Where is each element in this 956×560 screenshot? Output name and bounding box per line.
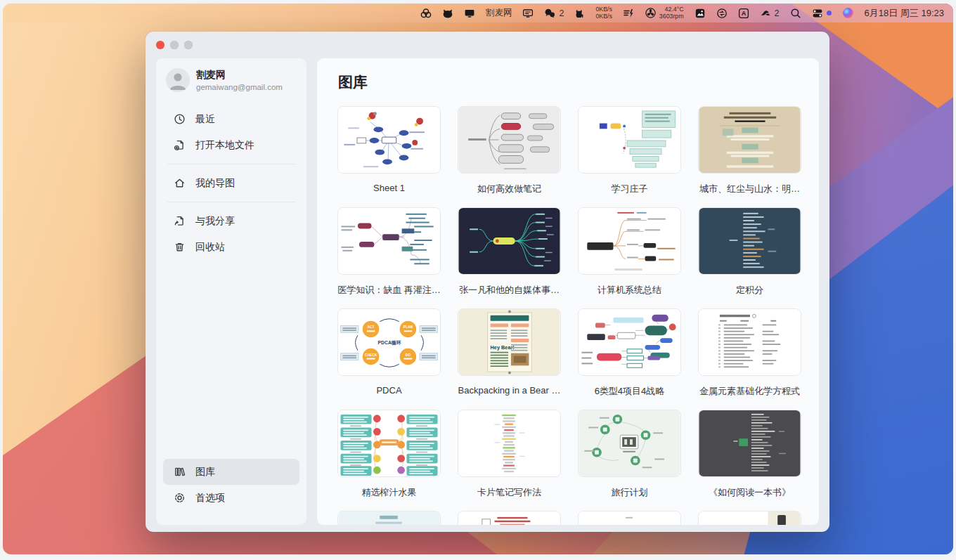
svg-text:ACT: ACT: [368, 325, 375, 329]
gallery-item[interactable]: 卡片笔记写作法: [458, 410, 561, 511]
home-icon: [173, 177, 186, 190]
gear-icon: [173, 492, 186, 504]
sidebar-nav: 最近打开本地文件我的导图与我分享回收站: [156, 106, 306, 260]
sidebar-divider: [167, 202, 295, 202]
temperature: 42.4°C: [665, 6, 684, 13]
file-import-icon: [173, 139, 186, 152]
gallery-item[interactable]: 定积分: [698, 207, 801, 308]
gallery-item[interactable]: 学习庄子: [578, 106, 681, 207]
close-button[interactable]: [156, 41, 164, 49]
gallery-thumbnail: [578, 308, 681, 376]
gallery-item-title: 金属元素基础化学方程式: [698, 385, 801, 398]
wechat-icon[interactable]: 2: [544, 8, 564, 19]
screen-share-icon[interactable]: [522, 8, 534, 19]
photos-icon[interactable]: [695, 8, 706, 19]
svg-text:PLAN: PLAN: [403, 325, 413, 329]
gallery-thumbnail: Hey Bear!: [458, 308, 561, 376]
gallery-item-title: Backpacking in a Bear …: [458, 385, 561, 396]
gallery-item[interactable]: 张一凡和他的自媒体事…: [458, 207, 561, 308]
svg-text:A: A: [741, 10, 746, 17]
sidebar-item-label: 回收站: [195, 241, 225, 254]
cat-face-icon[interactable]: [442, 8, 453, 19]
control-center-icon[interactable]: [812, 8, 832, 19]
gallery-item-title: 城市、红尘与山水：明…: [698, 183, 801, 195]
sync-icon[interactable]: [716, 8, 728, 19]
rings-icon[interactable]: [420, 8, 432, 19]
sidebar-item-file-share[interactable]: 与我分享: [163, 208, 299, 234]
gallery-grid: Sheet 1如何高效做笔记学习庄子城市、红尘与山水：明…医学知识：缺血 再灌注…: [337, 106, 819, 525]
gallery-item[interactable]: 金属元素基础化学方程式: [698, 308, 801, 410]
gallery-item-partial[interactable]: [578, 511, 681, 525]
gallery-item-title: 医学知识：缺血 再灌注…: [337, 284, 441, 297]
gallery-item[interactable]: 精选榨汁水果: [337, 410, 441, 511]
app-window: 割麦网 gemaiwang@gmail.com 最近打开本地文件我的导图与我分享…: [146, 32, 829, 532]
gallery-thumbnail: [578, 511, 681, 525]
gallery-thumbnail: [698, 106, 801, 174]
gallery-item-title: 6类型4项目4战略: [578, 385, 681, 398]
sidebar-item-home[interactable]: 我的导图: [163, 170, 299, 196]
gallery-thumbnail: [578, 410, 681, 477]
gallery-thumbnail: [578, 106, 681, 174]
siri-icon[interactable]: [842, 7, 854, 19]
sidebar-divider: [167, 164, 295, 164]
gallery-item[interactable]: 计算机系统总结: [578, 207, 681, 308]
sidebar-item-trash[interactable]: 回收站: [163, 234, 299, 260]
gallery-item[interactable]: 医学知识：缺血 再灌注…: [337, 207, 441, 308]
gallery-item-title: PDCA: [337, 385, 441, 396]
sidebar-item-file-import[interactable]: 打开本地文件: [163, 132, 299, 158]
library-icon: [173, 466, 186, 478]
gallery-item[interactable]: Hey Bear!Backpacking in a Bear …: [458, 308, 561, 410]
gallery-item[interactable]: Sheet 1: [337, 106, 441, 207]
display-icon[interactable]: [464, 8, 475, 19]
gallery-item[interactable]: 6类型4项目4战略: [578, 308, 681, 410]
search-icon[interactable]: [790, 8, 801, 19]
sidebar-item-gear[interactable]: 首选项: [163, 485, 299, 511]
user-email: gemaiwang@gmail.com: [196, 83, 283, 91]
net-speed[interactable]: 0KB/s0KB/s: [595, 6, 612, 20]
sidebar-item-label: 首选项: [195, 492, 225, 504]
gallery-item-partial[interactable]: [698, 511, 801, 525]
sidebar: 割麦网 gemaiwang@gmail.com 最近打开本地文件我的导图与我分享…: [156, 58, 306, 525]
bird-badge: 2: [775, 8, 780, 18]
sidebar-item-clock[interactable]: 最近: [163, 106, 299, 132]
bird-icon[interactable]: 2: [760, 8, 780, 19]
gallery-item-title: 《如何阅读一本书》: [698, 486, 801, 499]
page-title: 图库: [338, 72, 819, 92]
gallery-thumbnail: [337, 410, 441, 477]
user-name: 割麦网: [196, 69, 283, 82]
gallery-item[interactable]: 城市、红尘与山水：明…: [698, 106, 801, 207]
fan-sensor[interactable]: 42.4°C3603rpm: [645, 6, 684, 20]
gallery-item[interactable]: 如何高效做笔记: [458, 106, 561, 207]
gallery-thumbnail: [458, 106, 561, 174]
zoom-button[interactable]: [184, 41, 193, 49]
gallery-thumbnail: [337, 106, 441, 174]
gallery-panel: 图库 Sheet 1如何高效做笔记学习庄子城市、红尘与山水：明…医学知识：缺血 …: [317, 58, 819, 525]
gallery-thumbnail: [698, 308, 801, 376]
sidebar-item-label: 与我分享: [195, 215, 235, 228]
net-down: 0KB/s: [595, 13, 612, 20]
input-source-icon[interactable]: A: [738, 8, 749, 19]
gallery-thumbnail: [698, 511, 801, 525]
gallery-item-partial[interactable]: [337, 511, 441, 525]
gallery-item[interactable]: 《如何阅读一本书》: [698, 410, 801, 511]
gallery-thumbnail: [337, 207, 441, 275]
sidebar-item-library[interactable]: 图库: [163, 459, 299, 485]
gallery-item-partial[interactable]: [458, 511, 561, 525]
minimize-button[interactable]: [170, 41, 179, 49]
sidebar-item-label: 我的导图: [195, 177, 235, 190]
gallery-item-title: 如何高效做笔记: [458, 183, 561, 195]
gallery-item[interactable]: 旅行计划: [578, 410, 681, 511]
gallery-thumbnail: [578, 207, 681, 275]
menu-bar-clock[interactable]: 6月18日 周三 19:23: [865, 7, 944, 20]
battery-bolt-icon[interactable]: [623, 8, 634, 19]
sidebar-item-label: 打开本地文件: [195, 139, 254, 152]
clock-icon: [173, 113, 186, 126]
cat-silhouette-icon[interactable]: [574, 8, 585, 19]
app-label[interactable]: 割麦网: [486, 7, 512, 19]
gallery-item[interactable]: ACTPLANCHECKDOPDCA循环PDCA: [337, 308, 441, 410]
svg-text:PDCA循环: PDCA循环: [377, 340, 401, 346]
user-profile[interactable]: 割麦网 gemaiwang@gmail.com: [156, 68, 306, 92]
gallery-thumbnail: [458, 207, 561, 275]
sidebar-item-label: 图库: [195, 466, 215, 478]
wechat-badge: 2: [559, 8, 564, 18]
